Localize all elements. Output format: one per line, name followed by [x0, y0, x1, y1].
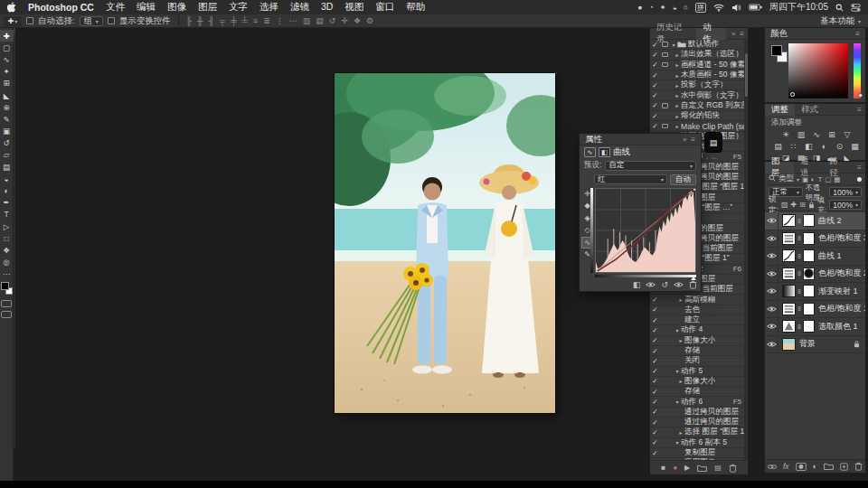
marquee-tool[interactable]: ▢ — [0, 42, 14, 53]
mask-link-icon[interactable]: ∞ — [797, 287, 803, 295]
action-expand-arrow[interactable]: ▸ — [674, 113, 681, 119]
path-select-tool[interactable]: ▷ — [0, 221, 14, 232]
menu-编辑[interactable]: 编辑 — [137, 1, 156, 14]
menu-bar-clock[interactable]: 周四下午10:05 — [769, 1, 828, 14]
layer-row-背景[interactable]: 背景 — [765, 336, 865, 354]
layer-visibility-eye-icon[interactable] — [765, 230, 778, 248]
tab-调整[interactable]: 调整 — [765, 104, 795, 116]
menu-视图[interactable]: 视图 — [344, 1, 363, 14]
dodge-tool[interactable]: ◐ — [0, 184, 14, 196]
action-check-toggle[interactable]: ✓ — [650, 101, 660, 109]
opacity-dropdown[interactable]: 100%▾ — [829, 187, 862, 197]
delete-button[interactable] — [729, 464, 737, 473]
layer-visibility-eye-icon[interactable] — [765, 212, 778, 230]
panel-menu-icon[interactable]: ≡ — [740, 30, 744, 38]
action-expand-arrow[interactable]: ▾ — [674, 399, 681, 405]
auto-align-icon[interactable]: ▥ — [303, 16, 311, 25]
layer-visibility-eye-icon[interactable] — [765, 336, 778, 353]
app-title[interactable]: Photoshop CC — [28, 2, 94, 13]
threed-mode-icon-4[interactable]: ⚙ — [366, 16, 373, 25]
filter-smart-objects-icon[interactable]: ▦ — [834, 175, 840, 183]
action-expand-arrow[interactable]: ▸ — [674, 123, 681, 129]
new-set-folder-button[interactable] — [697, 465, 707, 472]
mask-link-icon[interactable]: ∞ — [797, 217, 803, 224]
actions-scrollbar[interactable] — [744, 40, 748, 460]
distribute-top-icon[interactable]: ≡ — [253, 16, 258, 25]
quick-mask-button[interactable] — [1, 300, 12, 307]
hue-saturation-icon[interactable]: ▤ — [771, 141, 785, 152]
menu-文字[interactable]: 文字 — [229, 1, 248, 14]
filter-toggle[interactable] — [857, 177, 862, 182]
edit-toolbar[interactable]: ⋯ — [0, 268, 14, 280]
layer-name[interactable]: 色相/饱和度 3 — [818, 232, 865, 244]
action-check-toggle[interactable]: ✓ — [650, 377, 660, 385]
layer-mask-thumbnail[interactable] — [803, 267, 815, 280]
action-expand-arrow[interactable]: ▸ — [677, 337, 684, 343]
action-check-toggle[interactable]: ✓ — [650, 347, 660, 355]
action-row[interactable]: ✓▸熔化的铅块 — [650, 111, 744, 121]
layer-visibility-eye-icon[interactable] — [765, 266, 778, 283]
lock-all-icon[interactable] — [808, 202, 815, 209]
zoom-tool[interactable]: ◎ — [0, 257, 14, 268]
stop-button[interactable]: ■ — [661, 464, 665, 472]
auto-select-dropdown[interactable]: 组▾ — [80, 16, 103, 26]
new-adjustment-button[interactable]: ◐ — [813, 462, 817, 471]
healing-brush-tool[interactable]: ⊕ — [0, 101, 14, 113]
show-transform-checkbox[interactable] — [108, 17, 115, 24]
collapse-panel-icon[interactable]: » — [683, 136, 686, 144]
add-mask-button[interactable] — [796, 463, 807, 471]
menu-文件[interactable]: 文件 — [106, 1, 125, 14]
action-dialog-toggle[interactable] — [660, 103, 670, 108]
threed-mode-icon-3[interactable]: ❖ — [354, 16, 361, 25]
lock-position-icon[interactable]: ⊞ — [799, 201, 806, 209]
action-check-toggle[interactable]: ✓ — [650, 408, 660, 416]
action-check-toggle[interactable]: ✓ — [650, 51, 660, 59]
layer-row-曲线 1[interactable]: ∞曲线 1 — [765, 248, 865, 266]
blur-tool[interactable]: ◒ — [0, 173, 14, 184]
action-expand-arrow[interactable]: ▸ — [674, 102, 681, 108]
clone-stamp-tool[interactable]: ▣ — [0, 126, 14, 137]
action-check-toggle[interactable]: ✓ — [650, 296, 660, 304]
channel-mixer-icon[interactable]: ⊙ — [833, 141, 846, 152]
control-center-icon[interactable] — [851, 4, 861, 12]
action-check-toggle[interactable]: ✓ — [650, 418, 660, 427]
action-expand-arrow[interactable]: ▾ — [674, 327, 681, 333]
quick-select-tool[interactable]: ✦ — [0, 66, 14, 78]
action-check-toggle[interactable]: ✓ — [650, 428, 660, 436]
layer-name[interactable]: 选取颜色 1 — [818, 321, 858, 333]
align-bottom-icon[interactable]: ╧ — [242, 16, 248, 25]
action-check-toggle[interactable]: ✓ — [650, 388, 660, 396]
toggle-visibility-button[interactable] — [674, 281, 684, 288]
menu-滤镜[interactable]: 滤镜 — [290, 1, 309, 14]
layer-mask-thumbnail[interactable] — [803, 214, 815, 227]
panel-menu-icon[interactable]: ≡ — [691, 136, 695, 144]
app-status-icon-4[interactable]: ◒ — [673, 3, 677, 12]
action-check-toggle[interactable]: ✓ — [650, 438, 660, 446]
action-expand-arrow[interactable]: ▸ — [677, 429, 684, 436]
layer-name[interactable]: 色相/饱和度 2 — [818, 267, 865, 279]
align-top-icon[interactable]: ╤ — [220, 16, 225, 25]
action-check-toggle[interactable]: ✓ — [650, 336, 660, 344]
panel-menu-icon[interactable]: ≡ — [857, 164, 862, 172]
align-v-center-icon[interactable]: ╪ — [231, 16, 236, 25]
pen-tool[interactable]: ✒ — [0, 197, 14, 209]
history-brush-tool[interactable]: ↺ — [0, 137, 14, 149]
layer-thumbnail-gradmap[interactable] — [782, 285, 796, 297]
eyedropper-tool[interactable]: ◣ — [0, 89, 14, 101]
volume-icon[interactable] — [731, 4, 741, 12]
vibrance-icon[interactable]: ▽ — [841, 129, 854, 140]
exposure-icon[interactable]: ⊞ — [826, 129, 839, 140]
move-tool[interactable]: ✚ — [0, 30, 14, 42]
layer-name[interactable]: 渐变映射 1 — [818, 286, 858, 297]
clip-to-layer-button[interactable]: ◧ — [633, 280, 641, 289]
action-check-toggle[interactable]: ✓ — [650, 81, 660, 89]
layer-thumbnail-huesat[interactable] — [782, 303, 796, 315]
layer-thumbnail-selcolor[interactable] — [782, 320, 796, 333]
hand-tool[interactable]: ❖ — [0, 244, 14, 256]
distribute-v-icon[interactable]: ≣ — [263, 16, 270, 25]
app-status-icon-1[interactable]: ● — [637, 3, 642, 12]
action-expand-arrow[interactable]: ▾ — [674, 439, 681, 446]
action-expand-arrow[interactable]: ▸ — [677, 378, 684, 384]
layer-name[interactable]: 背景 — [799, 338, 816, 350]
gradient-tool[interactable]: ▤ — [0, 161, 14, 173]
